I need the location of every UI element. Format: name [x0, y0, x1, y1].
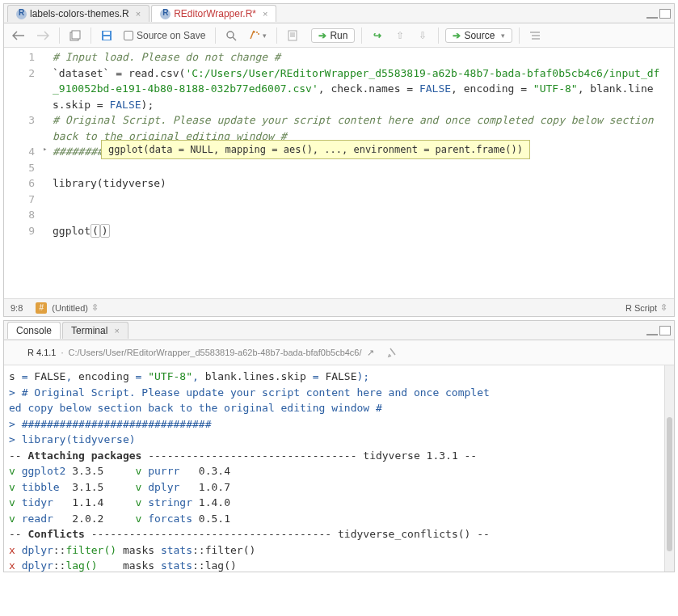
- find-button[interactable]: [222, 27, 240, 44]
- run-button-label: Run: [330, 30, 347, 41]
- fold-indicator[interactable]: ▸: [43, 144, 53, 155]
- svg-rect-3: [103, 36, 110, 40]
- section-nav-icon[interactable]: #: [36, 302, 47, 314]
- chunk-down-button[interactable]: ⇩: [414, 27, 432, 44]
- console-line: v tidyr 1.1.4 v stringr 1.4.0: [9, 495, 669, 511]
- run-arrow-icon: ➔: [318, 30, 326, 41]
- console-line: v readr 2.0.2 v forcats 0.5.1: [9, 511, 669, 527]
- svg-point-5: [227, 32, 234, 38]
- console-pane: ConsoleTerminal× R 4.1.1 · C:/Users/User…: [3, 320, 675, 572]
- editor-pane: labels-colors-themes.R×REditorWrapper.R*…: [3, 3, 675, 317]
- editor-body[interactable]: 1# Input load. Please do not change #2`d…: [4, 48, 674, 298]
- close-tab-icon[interactable]: ×: [263, 9, 267, 19]
- r-logo-icon: [11, 347, 23, 359]
- console-scroll-thumb[interactable]: [667, 417, 672, 551]
- console-line: x dplyr::filter() masks stats::filter(): [9, 542, 669, 559]
- line-number[interactable]: 5: [4, 160, 43, 176]
- maximize-console-icon[interactable]: [659, 326, 671, 335]
- svg-point-8: [258, 33, 259, 35]
- svg-rect-4: [103, 32, 110, 35]
- code-text[interactable]: library(tidyverse): [53, 175, 674, 192]
- line-number[interactable]: 9: [4, 223, 43, 239]
- r-version-label: R 4.1.1: [27, 348, 56, 357]
- source-button[interactable]: ➔ Source ▾: [445, 28, 512, 43]
- maximize-pane-icon[interactable]: [659, 9, 671, 19]
- code-line[interactable]: 6library(tidyverse): [4, 175, 674, 192]
- cursor-position: 9:8: [11, 303, 23, 313]
- outline-button[interactable]: [526, 27, 544, 44]
- show-in-new-window-icon[interactable]: [66, 27, 84, 44]
- editor-window-controls: [646, 9, 671, 19]
- svg-rect-9: [288, 31, 297, 40]
- console-output[interactable]: s = FALSE, encoding = "UTF-8", blank.lin…: [4, 365, 674, 572]
- console-line: v ggplot2 3.3.5 v purrr 0.3.4: [9, 463, 669, 479]
- chunk-up-button[interactable]: ⇧: [391, 27, 409, 44]
- console-tab-terminal[interactable]: Terminal×: [62, 322, 128, 339]
- close-tab-icon[interactable]: ×: [136, 9, 141, 19]
- console-line: s = FALSE, encoding = "UTF-8", blank.lin…: [9, 369, 669, 385]
- console-tabbar: ConsoleTerminal×: [4, 321, 674, 340]
- editor-tab-1[interactable]: REditorWrapper.R*×: [151, 5, 276, 22]
- console-tab-console[interactable]: Console: [7, 322, 61, 339]
- tab-label: Console: [16, 325, 52, 336]
- code-tools-button[interactable]: ▾: [245, 27, 270, 44]
- code-line[interactable]: 5: [4, 160, 674, 176]
- minimize-pane-icon[interactable]: [646, 15, 658, 19]
- svg-point-7: [256, 32, 258, 33]
- save-button[interactable]: [98, 27, 116, 44]
- editor-tabbar: labels-colors-themes.R×REditorWrapper.R*…: [4, 4, 674, 23]
- source-arrow-icon: ➔: [453, 30, 461, 41]
- run-button[interactable]: ➔ Run: [311, 28, 355, 43]
- code-line[interactable]: 7: [4, 192, 674, 208]
- file-type-chevron-icon[interactable]: ⇳: [660, 302, 667, 313]
- minimize-console-icon[interactable]: [646, 332, 658, 335]
- line-number[interactable]: 7: [4, 192, 43, 208]
- svg-rect-1: [72, 31, 80, 39]
- compile-report-button[interactable]: [284, 27, 301, 44]
- console-line: x dplyr::lag() masks stats::lag(): [9, 558, 669, 572]
- console-line: > library(tidyverse): [9, 432, 669, 448]
- editor-statusbar: 9:8 # (Untitled) ⇳ R Script ⇳: [4, 298, 674, 316]
- line-number[interactable]: 6: [4, 175, 43, 192]
- re-run-button[interactable]: ↪: [368, 27, 386, 44]
- line-number[interactable]: 2: [4, 65, 43, 82]
- source-on-save-checkbox[interactable]: [124, 31, 133, 40]
- line-number[interactable]: 4: [4, 144, 43, 160]
- code-line[interactable]: 8: [4, 207, 674, 223]
- code-text[interactable]: # Input load. Please do not change #: [53, 49, 674, 65]
- working-directory[interactable]: C:/Users/User/REditorWrapper_d5583819-a6…: [69, 348, 362, 357]
- function-signature-tooltip: ggplot(data = NULL, mapping = aes(), ...…: [101, 140, 530, 159]
- back-button[interactable]: [9, 27, 28, 44]
- editor-tab-0[interactable]: labels-colors-themes.R×: [7, 5, 149, 22]
- code-text[interactable]: ggplot(): [53, 223, 674, 239]
- console-window-controls: [646, 326, 671, 335]
- source-on-save-toggle[interactable]: Source on Save: [120, 27, 208, 44]
- source-button-label: Source: [464, 30, 495, 41]
- svg-line-6: [233, 37, 236, 40]
- code-line[interactable]: 9ggplot(): [4, 223, 674, 239]
- tab-label: labels-colors-themes.R: [30, 8, 129, 19]
- code-line[interactable]: 2`dataset` = read.csv('C:/Users/User/REd…: [4, 65, 674, 113]
- close-terminal-icon[interactable]: ×: [114, 326, 119, 335]
- code-text[interactable]: `dataset` = read.csv('C:/Users/User/REdi…: [53, 65, 674, 113]
- console-line: ed copy below section back to the origin…: [9, 400, 669, 416]
- tab-label: Terminal: [71, 325, 107, 336]
- line-number[interactable]: 3: [4, 112, 43, 129]
- line-number[interactable]: 1: [4, 49, 43, 65]
- r-file-icon: [16, 9, 27, 19]
- console-line: v tibble 3.1.5 v dplyr 1.0.7: [9, 479, 669, 496]
- source-on-save-label: Source on Save: [137, 30, 205, 41]
- clear-console-button[interactable]: [384, 344, 402, 361]
- tab-label: REditorWrapper.R*: [174, 8, 256, 19]
- section-nav-label[interactable]: (Untitled): [52, 303, 88, 313]
- refresh-env-icon[interactable]: ↗: [367, 348, 374, 358]
- file-type-label[interactable]: R Script: [625, 303, 657, 313]
- section-nav-chevron-icon[interactable]: ⇳: [91, 302, 99, 313]
- forward-button[interactable]: [33, 27, 53, 44]
- line-number[interactable]: 8: [4, 207, 43, 223]
- console-scrollbar[interactable]: [664, 365, 674, 572]
- code-line[interactable]: 1# Input load. Please do not change #: [4, 49, 674, 65]
- console-line: -- Attaching packages ------------------…: [9, 448, 669, 464]
- editor-toolbar: Source on Save ▾ ➔ Run ↪ ⇧ ⇩ ➔ Source ▾: [4, 23, 674, 48]
- console-line: > # Original Script. Please update your …: [9, 385, 669, 401]
